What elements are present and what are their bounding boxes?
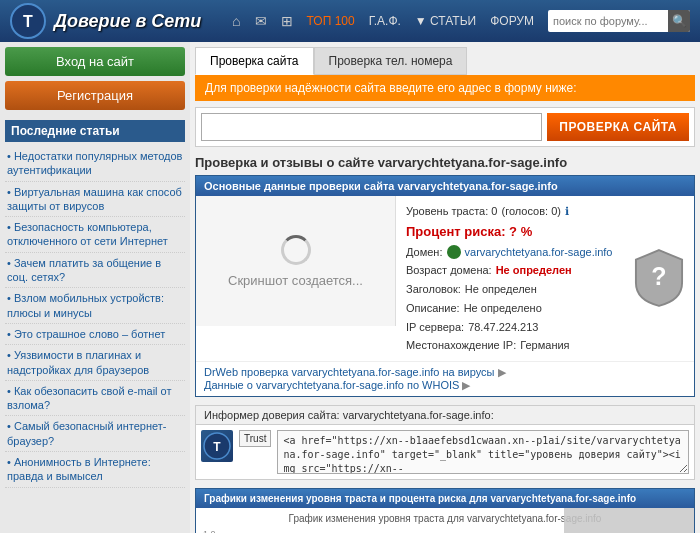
login-button[interactable]: Вход на сайт [5,47,185,76]
description-value: Не определено [464,299,542,318]
whois-arrow: ▶ [462,379,470,391]
header-label: Заголовок: [406,280,461,299]
sidebar-article-link[interactable]: Недостатки популярных методов аутентифик… [7,150,182,176]
site-title: Доверие в Сети [54,11,201,32]
ip-row: IP сервера: 78.47.224.213 [406,318,614,337]
shield-icon-area: ? [624,196,694,361]
location-value: Германия [520,336,569,355]
ip-label: IP сервера: [406,318,464,337]
sidebar-article-link[interactable]: Самый безопасный интернет-браузер? [7,420,167,446]
location-label: Местонахождение IP: [406,336,516,355]
domain-row: Домен: varvarychtetyana.for-sage.info [406,243,614,262]
percent-risk-row: Процент риска: ? % [406,221,614,243]
check-site-button[interactable]: ПРОВЕРКА САЙТА [547,113,689,141]
sidebar-article-link[interactable]: Как обезопасить свой e-mail от взлома? [7,385,172,411]
shield-icon: ? [634,247,684,309]
trust-count: (голосов: 0) [501,202,560,221]
informer-header: Информер доверия сайта: varvarychtetyana… [196,406,694,425]
header-value: Не определен [465,280,537,299]
trust-badge-text: Trust [239,430,271,447]
sidebar-article-item: Анонимность в Интернете: правда и вымысе… [5,452,185,488]
svg-text:?: ? [651,262,666,290]
informer-logo: Т [201,430,233,462]
age-value: Не определен [496,261,572,280]
graph-section: Графики изменения уровня траста и процен… [195,488,695,533]
logo-area: Т Доверие в Сети [10,3,201,39]
search-button[interactable]: 🔍 [668,10,690,32]
informer-code[interactable] [277,430,689,474]
nav-top100[interactable]: ТОП 100 [307,14,355,28]
domain-value: varvarychtetyana.for-sage.info [465,243,613,262]
graph-label-1: 1.0 [203,529,216,533]
info-fields: Уровень траста: 0 (голосов: 0) ℹ Процент… [396,196,624,361]
links-section: DrWeb проверка varvarychtetyana.for-sage… [196,361,694,396]
description-label: Описание: [406,299,460,318]
ip-value: 78.47.224.213 [468,318,538,337]
screenshot-area: Скриншот создается... [196,196,396,326]
sidebar-article-link[interactable]: Это страшное слово – ботнет [14,328,165,340]
sidebar-article-item: Самый безопасный интернет-браузер? [5,416,185,452]
header: Т Доверие в Сети ⌂ ✉ ⊞ ТОП 100 Г.А.Ф. ▼ … [0,0,700,42]
loading-spinner [281,235,311,265]
search-input[interactable] [548,15,668,27]
tabs: Проверка сайта Проверка тел. номера [195,47,695,75]
info-icon[interactable]: ℹ [565,202,569,221]
sidebar-recent-title: Последние статьи [5,120,185,142]
antivirus-link-row: DrWeb проверка varvarychtetyana.for-sage… [204,366,686,379]
sidebar-article-link[interactable]: Зачем платить за общение в соц. сетях? [7,257,161,283]
svg-text:Т: Т [23,13,33,30]
sidebar-article-item: Уязвимости в плагинах и надстройках для … [5,345,185,381]
content-area: Проверка сайта Проверка тел. номера Для … [190,42,700,533]
nav-articles[interactable]: ▼ СТАТЬИ [415,14,476,28]
mail-icon[interactable]: ✉ [255,13,267,29]
screenshot-text: Скриншот создается... [228,273,363,288]
sidebar-article-link[interactable]: Взлом мобильных устройств: плюсы и минус… [7,292,164,318]
age-label: Возраст домена: [406,261,492,280]
description-row: Описание: Не определено [406,299,614,318]
graph-header: Графики изменения уровня траста и процен… [196,489,694,508]
graph-body: График изменения уровня траста для varva… [196,508,694,533]
age-row: Возраст домена: Не определен [406,261,614,280]
header-row: Заголовок: Не определен [406,280,614,299]
grid-icon[interactable]: ⊞ [281,13,293,29]
url-input[interactable] [201,113,542,141]
percent-risk-value: Процент риска: ? % [406,221,532,243]
informer-logo-icon: Т [203,432,231,460]
location-row: Местонахождение IP: Германия [406,336,614,355]
whois-link[interactable]: Данные о varvarychtetyana.for-sage.info … [204,379,459,391]
sidebar-article-item: Как обезопасить свой e-mail от взлома? [5,381,185,417]
svg-text:Т: Т [213,440,221,454]
sidebar-article-link[interactable]: Анонимность в Интернете: правда и вымысе… [7,456,151,482]
sidebar-article-item: Зачем платить за общение в соц. сетях? [5,253,185,289]
informer-body: Т Trust [196,425,694,479]
sidebar-article-link[interactable]: Безопасность компьютера, отключенного от… [7,221,168,247]
nav-area: ⌂ ✉ ⊞ ТОП 100 Г.А.Ф. ▼ СТАТЬИ ФОРУМ 🔍 [232,10,690,32]
data-panel-header: Основные данные проверки сайта varvarych… [196,176,694,196]
domain-label: Домен: [406,243,443,262]
data-panel-body: Скриншот создается... Уровень траста: 0 … [196,196,694,361]
sidebar-article-item: Безопасность компьютера, отключенного от… [5,217,185,253]
tab-check-site[interactable]: Проверка сайта [195,47,314,75]
nav-faq[interactable]: Г.А.Ф. [369,14,401,28]
logo-icon: Т [10,3,46,39]
activation-overlay: Активация W Чтобы активиров... "Параметр… [564,508,694,533]
search-box: 🔍 [548,10,690,32]
sidebar-article-link[interactable]: Уязвимости в плагинах и надстройках для … [7,349,149,375]
nav-forum[interactable]: ФОРУМ [490,14,534,28]
home-icon[interactable]: ⌂ [232,13,240,29]
result-title: Проверка и отзывы о сайте varvarychtetya… [195,155,695,170]
informer-section: Информер доверия сайта: varvarychtetyana… [195,405,695,480]
trust-level-row: Уровень траста: 0 (голосов: 0) ℹ [406,202,614,221]
sidebar-article-link[interactable]: Виртуальная машина как способ защиты от … [7,186,182,212]
trust-badge: Trust [239,430,271,447]
antivirus-arrow: ▶ [498,366,506,378]
info-bar: Для проверки надёжности сайта введите ег… [195,75,695,101]
antivirus-link[interactable]: DrWeb проверка varvarychtetyana.for-sage… [204,366,495,378]
sidebar-article-item: Взлом мобильных устройств: плюсы и минус… [5,288,185,324]
sidebar-article-item: Недостатки популярных методов аутентифик… [5,146,185,182]
whois-link-row: Данные о varvarychtetyana.for-sage.info … [204,379,686,392]
sidebar: Вход на сайт Регистрация Последние стать… [0,42,190,533]
tab-check-phone[interactable]: Проверка тел. номера [314,47,468,75]
trust-level-label: Уровень траста: 0 [406,202,497,221]
register-button[interactable]: Регистрация [5,81,185,110]
